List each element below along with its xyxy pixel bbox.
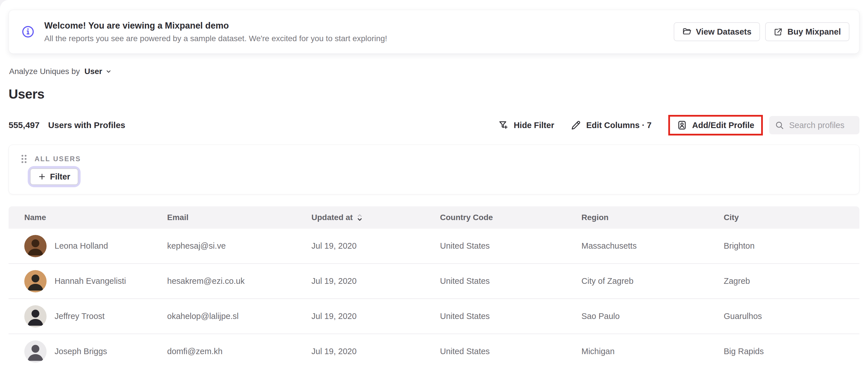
- edit-columns-label: Edit Columns · 7: [586, 121, 652, 130]
- user-city: Zagreb: [724, 276, 860, 286]
- chevron-down-icon: [105, 68, 112, 75]
- filter-panel: ALL USERS Filter: [8, 145, 860, 194]
- person-silhouette-icon: [24, 305, 46, 328]
- user-city: Big Rapids: [724, 347, 860, 356]
- avatar: [24, 305, 46, 328]
- table-row[interactable]: Hannah Evangelisti hesakrem@ezi.co.uk Ju…: [8, 264, 860, 299]
- page-title: Users: [8, 86, 44, 102]
- user-region: Sao Paulo: [582, 311, 724, 321]
- banner-title: Welcome! You are viewing a Mixpanel demo: [44, 20, 674, 31]
- profiles-table: Name Email Updated at Country Code Regio…: [8, 206, 860, 367]
- external-link-icon: [774, 27, 783, 36]
- avatar: [24, 340, 46, 363]
- funnel-plus-icon: [498, 120, 508, 130]
- user-country-code: United States: [440, 241, 582, 251]
- column-header-updated-at[interactable]: Updated at: [311, 213, 440, 222]
- user-name: Leona Holland: [55, 241, 108, 251]
- user-updated-at: Jul 19, 2020: [311, 241, 440, 251]
- user-region: Massachusetts: [582, 241, 724, 251]
- view-datasets-button[interactable]: View Datasets: [674, 22, 760, 41]
- filter-button-focus-ring: Filter: [30, 169, 78, 185]
- user-updated-at: Jul 19, 2020: [311, 311, 440, 321]
- profiles-toolbar: Hide Filter Edit Columns · 7 Add/Edit Pr…: [498, 115, 860, 135]
- column-header-city[interactable]: City: [724, 213, 860, 222]
- person-silhouette-icon: [24, 235, 46, 257]
- column-header-country-code[interactable]: Country Code: [440, 213, 582, 222]
- table-row[interactable]: Joseph Briggs domfi@zem.kh Jul 19, 2020 …: [8, 334, 860, 367]
- demo-banner: Welcome! You are viewing a Mixpanel demo…: [8, 10, 860, 54]
- edit-columns-button[interactable]: Edit Columns · 7: [571, 120, 652, 130]
- avatar: [24, 270, 46, 293]
- user-email: domfi@zem.kh: [167, 347, 311, 356]
- user-city: Guarulhos: [724, 311, 860, 321]
- sort-icon: [356, 213, 363, 222]
- analyze-uniques-row: Analyze Uniques by User: [9, 67, 112, 76]
- user-updated-at: Jul 19, 2020: [311, 347, 440, 356]
- avatar: [24, 235, 46, 257]
- drag-handle-icon[interactable]: [20, 154, 28, 164]
- hide-filter-button[interactable]: Hide Filter: [498, 120, 554, 130]
- add-edit-profile-label: Add/Edit Profile: [692, 121, 754, 130]
- user-name: Jeffrey Troost: [55, 311, 104, 321]
- profiles-count: 555,497: [8, 120, 39, 130]
- person-silhouette-icon: [24, 340, 46, 363]
- group-label: ALL USERS: [35, 155, 81, 163]
- user-city: Brighton: [724, 241, 860, 251]
- red-annotation-box: Add/Edit Profile: [668, 115, 763, 135]
- user-country-code: United States: [440, 276, 582, 286]
- user-region: City of Zagreb: [582, 276, 724, 286]
- info-icon: [22, 25, 35, 38]
- add-filter-button[interactable]: Filter: [30, 169, 78, 185]
- add-edit-profile-button[interactable]: Add/Edit Profile: [677, 120, 754, 130]
- table-row[interactable]: Jeffrey Troost okahelop@lalijpe.sl Jul 1…: [8, 299, 860, 334]
- column-header-region[interactable]: Region: [582, 213, 724, 222]
- analyze-by-dropdown[interactable]: User: [84, 67, 112, 76]
- banner-subtitle: All the reports you see are powered by a…: [44, 34, 674, 43]
- hide-filter-label: Hide Filter: [514, 121, 554, 130]
- user-region: Michigan: [582, 347, 724, 356]
- user-country-code: United States: [440, 311, 582, 321]
- analyze-by-label: Analyze Uniques by: [9, 67, 80, 76]
- plus-icon: [38, 173, 46, 181]
- user-email: hesakrem@ezi.co.uk: [167, 276, 311, 286]
- add-filter-label: Filter: [50, 172, 70, 182]
- buy-mixpanel-button[interactable]: Buy Mixpanel: [765, 22, 849, 41]
- search-icon: [775, 121, 784, 130]
- column-header-name[interactable]: Name: [24, 213, 167, 222]
- user-email: kephesaj@si.ve: [167, 241, 311, 251]
- search-profiles-box: [769, 116, 860, 134]
- user-name: Hannah Evangelisti: [55, 276, 126, 286]
- user-country-code: United States: [440, 347, 582, 356]
- analyze-by-value: User: [84, 67, 102, 76]
- user-name: Joseph Briggs: [55, 347, 107, 356]
- view-datasets-label: View Datasets: [696, 27, 752, 37]
- user-updated-at: Jul 19, 2020: [311, 276, 440, 286]
- profiles-count-label: Users with Profiles: [48, 120, 125, 130]
- pencil-icon: [571, 120, 581, 130]
- buy-mixpanel-label: Buy Mixpanel: [787, 27, 841, 37]
- person-silhouette-icon: [24, 270, 46, 293]
- table-header-row: Name Email Updated at Country Code Regio…: [8, 206, 860, 229]
- folder-icon: [682, 27, 691, 36]
- profile-badge-icon: [677, 120, 687, 130]
- table-body: Leona Holland kephesaj@si.ve Jul 19, 202…: [8, 229, 860, 367]
- user-email: okahelop@lalijpe.sl: [167, 311, 311, 321]
- column-header-email[interactable]: Email: [167, 213, 311, 222]
- table-row[interactable]: Leona Holland kephesaj@si.ve Jul 19, 202…: [8, 229, 860, 264]
- search-profiles-input[interactable]: [789, 121, 854, 130]
